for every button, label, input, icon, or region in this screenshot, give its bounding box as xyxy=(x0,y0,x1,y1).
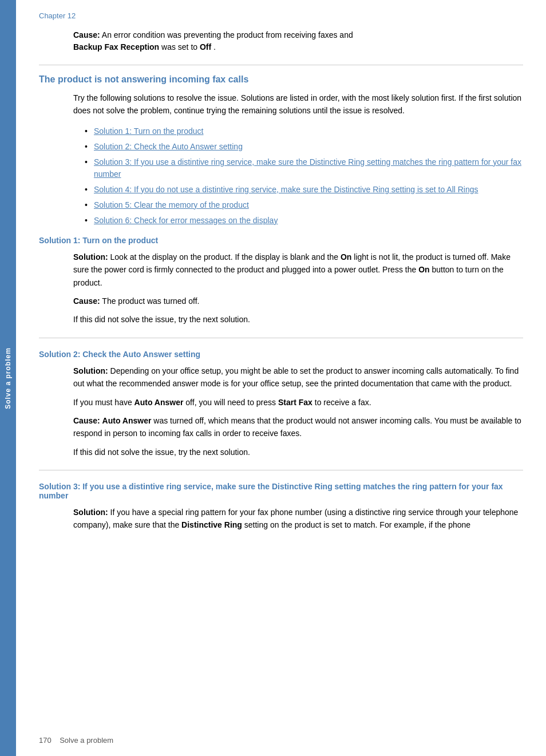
solution3-label: Solution: xyxy=(73,508,108,517)
solution2-title: Solution 2: Check the Auto Answer settin… xyxy=(39,350,523,359)
solution1-link[interactable]: Solution 1: Turn on the product xyxy=(94,126,203,136)
solution2-next: If this did not solve the issue, try the… xyxy=(73,446,523,458)
cause-text2: was set to xyxy=(161,42,200,52)
list-item: Solution 4: If you do not use a distinti… xyxy=(85,184,523,196)
solution6-link[interactable]: Solution 6: Check for error messages on … xyxy=(94,216,278,225)
solution3-link[interactable]: Solution 3: If you use a distintive ring… xyxy=(94,157,521,179)
solution2-cause: Cause: Auto Answer was turned off, which… xyxy=(73,414,523,440)
solution1-cause-label: Cause: xyxy=(73,296,100,306)
solution2-note1: If you must have xyxy=(73,398,134,407)
solution2-text: Depending on your office setup, you migh… xyxy=(73,366,519,388)
solution2-content: Solution: Depending on your office setup… xyxy=(73,365,523,390)
list-item: Solution 2: Check the Auto Answer settin… xyxy=(85,141,523,153)
list-item: Solution 5: Clear the memory of the prod… xyxy=(85,199,523,211)
solution1-title: Solution 1: Turn on the product xyxy=(39,236,523,245)
solution2-start-fax: Start Fax xyxy=(278,398,312,407)
solution1-label: Solution: xyxy=(73,252,108,262)
solution2-auto-bold: Auto Answer xyxy=(134,398,184,407)
solution2-note2: off, you will need to press xyxy=(185,398,278,407)
solution2-auto-answer-note: If you must have Auto Answer off, you wi… xyxy=(73,396,523,409)
solution2-note3: to receive a fax. xyxy=(315,398,371,407)
solution1-text: Look at the display on the product. If t… xyxy=(110,252,341,262)
solution1-on2: On xyxy=(418,265,429,274)
sidebar-label: Solve a problem xyxy=(4,347,12,409)
sidebar: Solve a problem xyxy=(0,0,16,756)
solution2-label: Solution: xyxy=(73,366,108,375)
solution1-section: Solution 1: Turn on the product Solution… xyxy=(39,236,523,326)
cause-off-suffix: . xyxy=(213,42,216,52)
cause-label: Cause: xyxy=(73,30,100,39)
main-content: Chapter 12 Cause: An error condition was… xyxy=(16,0,546,756)
top-divider xyxy=(39,65,523,65)
solution1-divider xyxy=(39,338,523,338)
intro-text: Try the following solutions to resolve t… xyxy=(73,92,523,117)
solution5-link[interactable]: Solution 5: Clear the memory of the prod… xyxy=(94,200,249,209)
solution2-auto-bold2: Auto Answer xyxy=(102,416,152,425)
chapter-header: Chapter 12 xyxy=(39,11,523,20)
solution3-distinctive: Distinctive Ring xyxy=(181,520,242,529)
cause-text: An error condition was preventing the pr… xyxy=(102,30,353,39)
solution3-text2: setting on the product is set to match. … xyxy=(244,520,470,529)
list-item: Solution 3: If you use a distintive ring… xyxy=(85,156,523,180)
cause-intro-block: Cause: An error condition was preventing… xyxy=(73,29,523,53)
solution2-section: Solution 2: Check the Auto Answer settin… xyxy=(39,350,523,458)
solution1-cause-text: The product was turned off. xyxy=(102,296,199,306)
solution1-next: If this did not solve the issue, try the… xyxy=(73,313,523,326)
list-item: Solution 6: Check for error messages on … xyxy=(85,215,523,227)
solution1-cause: Cause: The product was turned off. xyxy=(73,295,523,307)
solution3-title: Solution 3: If you use a distintive ring… xyxy=(39,482,523,500)
footer-text: Solve a problem xyxy=(53,736,113,745)
cause-off: Off xyxy=(200,42,211,52)
solution2-link[interactable]: Solution 2: Check the Auto Answer settin… xyxy=(94,142,243,151)
backup-fax-bold: Backup Fax Reception xyxy=(73,42,159,52)
page-number: 170 xyxy=(39,736,52,745)
list-item: Solution 1: Turn on the product xyxy=(85,125,523,137)
solution2-cause-label: Cause: xyxy=(73,416,100,425)
solution1-content: Solution: Look at the display on the pro… xyxy=(73,251,523,289)
solution3-section: Solution 3: If you use a distintive ring… xyxy=(39,482,523,532)
solution3-content: Solution: If you have a special ring pat… xyxy=(73,506,523,532)
solution4-link[interactable]: Solution 4: If you do not use a distinti… xyxy=(94,185,478,194)
page-footer: 170 Solve a problem xyxy=(39,736,113,745)
solution-list: Solution 1: Turn on the product Solution… xyxy=(85,125,523,227)
solution1-on: On xyxy=(341,252,351,262)
main-section-title: The product is not answering incoming fa… xyxy=(39,74,523,85)
solution2-divider xyxy=(39,470,523,470)
